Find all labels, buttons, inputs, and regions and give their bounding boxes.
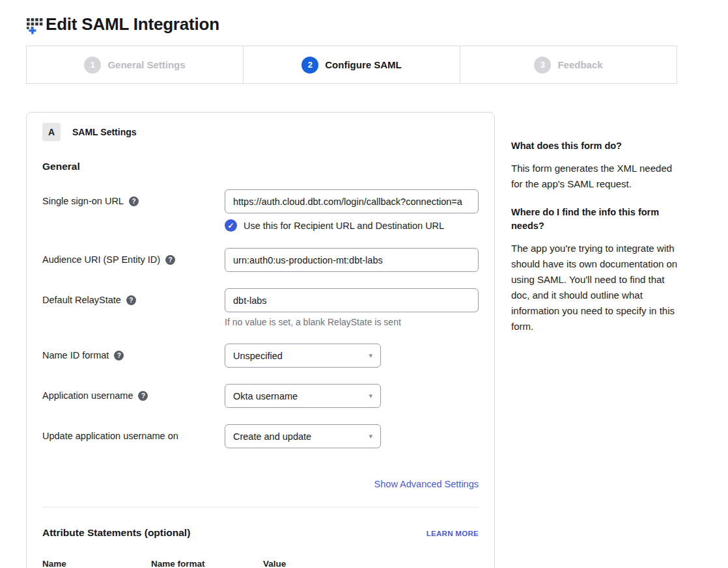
step-number-badge: 2 (301, 57, 318, 74)
field-name-id-format: Name ID format ? Unspecified ▾ (42, 344, 479, 368)
relaystate-hint: If no value is set, a blank RelayState i… (225, 317, 479, 327)
saml-settings-panel: A SAML Settings General Single sign-on U… (26, 112, 495, 568)
step-number-badge: 3 (534, 57, 551, 74)
help-icon[interactable]: ? (129, 196, 139, 206)
help-icon[interactable]: ? (126, 295, 136, 305)
column-name-format: Name format (151, 559, 263, 568)
page-title: Edit SAML Integration (46, 14, 219, 34)
single-sign-on-url-input[interactable] (225, 189, 479, 213)
help-paragraph-find-info: The app you're trying to integrate with … (511, 241, 678, 334)
step-general-settings[interactable]: 1 General Settings (27, 46, 243, 83)
section-divider (42, 507, 479, 507)
help-heading-find-info: Where do I find the info this form needs… (511, 206, 678, 233)
field-label: Single sign-on URL (42, 196, 124, 206)
chevron-down-icon: ▾ (369, 392, 372, 400)
help-icon[interactable]: ? (138, 391, 148, 401)
section-title: SAML Settings (72, 127, 137, 137)
field-update-application-username: Update application username on Create an… (42, 424, 479, 448)
selected-value: Okta username (233, 391, 298, 401)
show-advanced-settings-link[interactable]: Show Advanced Settings (374, 479, 479, 489)
update-username-on-select[interactable]: Create and update ▾ (225, 424, 381, 448)
panel-header: A SAML Settings (42, 123, 479, 141)
step-label: General Settings (107, 59, 185, 70)
field-label: Update application username on (42, 431, 178, 441)
attribute-statements-header: Attribute Statements (optional) LEARN MO… (42, 527, 479, 539)
section-a-badge: A (42, 123, 61, 141)
audience-uri-input[interactable] (225, 248, 479, 272)
field-label: Default RelayState (42, 295, 121, 305)
help-paragraph-form-purpose: This form generates the XML needed for t… (511, 161, 678, 192)
step-number-badge: 1 (84, 57, 101, 74)
help-icon[interactable]: ? (165, 255, 175, 265)
general-group-title: General (42, 161, 479, 172)
field-default-relaystate: Default RelayState ? If no value is set,… (42, 288, 479, 327)
wizard-steps: 1 General Settings 2 Configure SAML 3 Fe… (26, 46, 677, 84)
field-application-username: Application username ? Okta username ▾ (42, 384, 479, 408)
column-value: Value (263, 559, 479, 568)
field-label: Application username (42, 390, 133, 401)
field-audience-uri: Audience URI (SP Entity ID) ? (42, 248, 479, 272)
default-relaystate-input[interactable] (225, 288, 479, 312)
name-id-format-select[interactable]: Unspecified ▾ (225, 344, 381, 368)
selected-value: Unspecified (233, 351, 283, 361)
field-label: Audience URI (SP Entity ID) (42, 254, 160, 265)
step-configure-saml[interactable]: 2 Configure SAML (243, 46, 460, 83)
apps-grid-plus-icon (26, 17, 44, 34)
step-feedback[interactable]: 3 Feedback (460, 46, 677, 83)
attribute-table-header: Name Name format Value (42, 559, 479, 568)
chevron-down-icon: ▾ (369, 351, 372, 360)
field-single-sign-on-url: Single sign-on URL ? ✓ Use this for Reci… (42, 189, 479, 232)
checkbox-label: Use this for Recipient URL and Destinati… (244, 221, 444, 231)
selected-value: Create and update (233, 431, 311, 442)
help-sidebar: What does this form do? This form genera… (511, 139, 678, 348)
attribute-statements-title: Attribute Statements (optional) (42, 527, 190, 539)
learn-more-link[interactable]: LEARN MORE (427, 530, 479, 537)
chevron-down-icon: ▾ (369, 432, 372, 440)
help-heading-form-purpose: What does this form do? (511, 139, 678, 153)
help-icon[interactable]: ? (114, 351, 124, 360)
checkbox-check-icon: ✓ (227, 221, 234, 230)
application-username-select[interactable]: Okta username ▾ (225, 384, 381, 408)
step-label: Feedback (557, 59, 602, 70)
recipient-url-checkbox[interactable]: ✓ (225, 219, 237, 232)
step-label: Configure SAML (325, 59, 402, 70)
field-label: Name ID format (42, 350, 109, 360)
column-name: Name (42, 559, 151, 568)
page-header: Edit SAML Integration (26, 14, 219, 34)
